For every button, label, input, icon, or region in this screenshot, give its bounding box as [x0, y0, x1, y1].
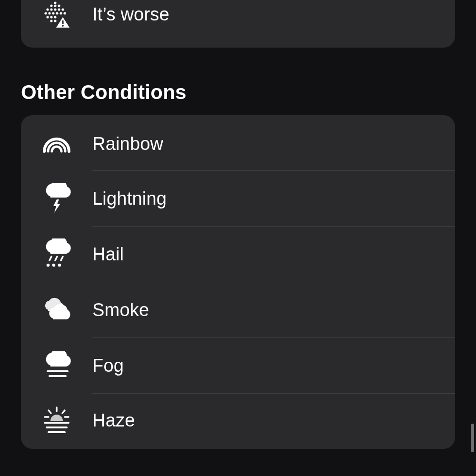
svg-point-12: [56, 12, 58, 14]
lightning-icon: [21, 183, 92, 214]
section-title-next: D: [21, 472, 455, 476]
fog-icon: [21, 351, 92, 380]
condition-hail[interactable]: Hail: [21, 227, 455, 282]
svg-point-4: [46, 8, 49, 10]
svg-point-15: [46, 16, 49, 18]
condition-label: Hail: [92, 244, 455, 265]
svg-point-13: [60, 12, 62, 14]
svg-point-11: [52, 12, 54, 14]
option-label: It’s worse: [92, 4, 455, 25]
condition-label: Fog: [92, 356, 455, 376]
svg-point-7: [58, 8, 60, 10]
svg-point-16: [50, 16, 52, 18]
svg-point-14: [63, 12, 66, 14]
svg-point-26: [52, 264, 56, 267]
condition-rainbow[interactable]: Rainbow: [21, 115, 455, 170]
air-quality-warning-icon: [21, 0, 92, 29]
condition-label: Rainbow: [92, 134, 455, 154]
svg-line-31: [49, 410, 51, 413]
svg-point-2: [54, 4, 56, 7]
svg-point-19: [54, 20, 56, 22]
other-conditions-card: Rainbow Lightning: [21, 115, 455, 449]
air-quality-card: It’s worse: [21, 0, 455, 48]
svg-line-23: [55, 257, 57, 260]
svg-line-22: [50, 257, 51, 260]
svg-point-18: [50, 20, 52, 22]
svg-line-32: [62, 410, 65, 413]
condition-lightning[interactable]: Lightning: [21, 171, 455, 226]
svg-line-24: [61, 257, 63, 260]
condition-label: Smoke: [92, 300, 455, 320]
option-its-worse[interactable]: It’s worse: [21, 0, 455, 44]
condition-haze[interactable]: Haze: [21, 394, 455, 449]
svg-point-21: [62, 25, 64, 27]
condition-fog[interactable]: Fog: [21, 338, 455, 393]
rainbow-icon: [21, 134, 92, 153]
svg-point-10: [48, 12, 50, 14]
svg-point-17: [54, 16, 56, 18]
svg-point-1: [50, 4, 52, 7]
condition-label: Haze: [92, 410, 455, 431]
condition-smoke[interactable]: Smoke: [21, 282, 455, 337]
svg-point-8: [61, 8, 64, 10]
section-title-other-conditions: Other Conditions: [21, 81, 455, 104]
condition-label: Lightning: [92, 188, 455, 209]
svg-rect-20: [62, 20, 63, 24]
svg-point-9: [44, 12, 47, 14]
smoke-icon: [21, 298, 92, 322]
svg-point-27: [58, 264, 61, 267]
svg-point-25: [47, 264, 50, 267]
svg-point-0: [54, 1, 56, 4]
scrollbar-thumb[interactable]: [471, 424, 474, 452]
svg-point-5: [50, 8, 52, 10]
svg-point-6: [54, 8, 56, 10]
haze-icon: [21, 407, 92, 434]
svg-point-3: [58, 4, 60, 7]
hail-icon: [21, 238, 92, 270]
